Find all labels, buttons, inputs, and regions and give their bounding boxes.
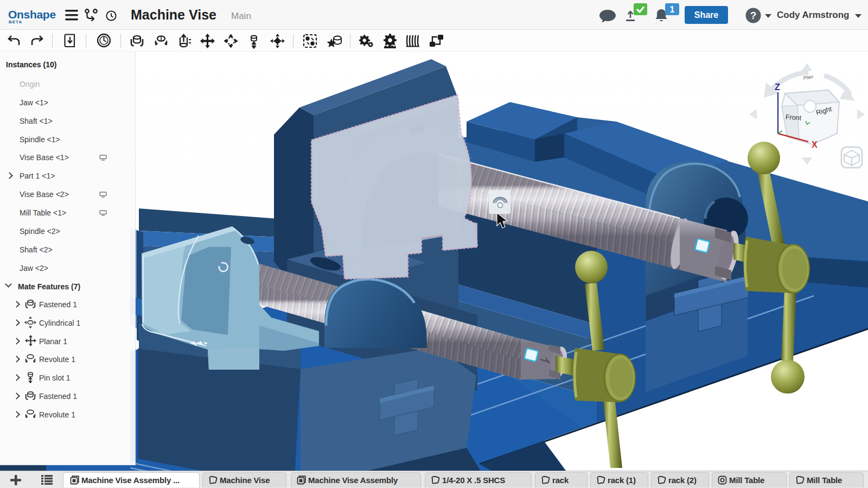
- svg-text:?: ?: [750, 10, 757, 21]
- svg-text:X: X: [812, 140, 818, 149]
- svg-text:Z: Z: [775, 83, 780, 92]
- svg-text:Front: Front: [785, 113, 802, 122]
- svg-text:1: 1: [670, 5, 675, 14]
